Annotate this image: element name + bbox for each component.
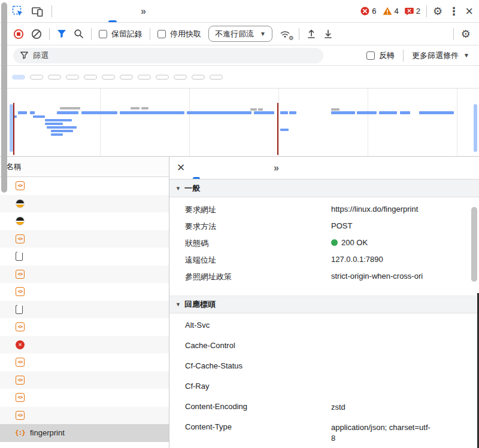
more-details-tabs-icon[interactable]: » [269, 163, 284, 173]
filter-funnel-icon[interactable] [57, 29, 66, 38]
panel-tab[interactable] [89, 0, 105, 22]
search-icon[interactable] [74, 29, 84, 39]
network-main-split: 名稱 [0, 157, 479, 448]
details-tab[interactable] [216, 157, 229, 179]
resource-chip[interactable] [66, 75, 79, 80]
inspect-element-button[interactable] [8, 3, 28, 20]
header-row: Cf-Cache-Status [169, 361, 479, 382]
network-settings-gear-icon[interactable]: ⚙ [461, 29, 471, 39]
details-scrollbar-thumb[interactable] [471, 207, 477, 282]
header-row: Alt-Svc [169, 321, 479, 341]
invert-checkbox [366, 51, 375, 60]
resource-chip[interactable] [210, 75, 223, 80]
resource-chip[interactable] [174, 75, 187, 80]
panel-tab[interactable] [74, 0, 89, 22]
issues-count-badge[interactable]: 2 [405, 7, 420, 16]
filter-input-box[interactable] [13, 48, 323, 63]
warning-count-badge[interactable]: 4 [383, 7, 399, 16]
details-tab[interactable] [203, 157, 216, 179]
separator [453, 28, 454, 40]
resource-chip[interactable] [102, 75, 115, 80]
header-row: 參照網址政策 strict-origin-when-cross-ori [169, 272, 479, 288]
request-row[interactable] [0, 371, 169, 389]
header-name: Content-Type [185, 422, 331, 431]
resource-chip[interactable] [84, 75, 97, 80]
general-section-header[interactable]: ▼ 一般 [169, 179, 479, 197]
close-devtools-icon[interactable]: × [465, 5, 473, 18]
request-row[interactable] [0, 283, 169, 301]
waterfall-bar [47, 126, 77, 129]
panel-tab[interactable] [58, 0, 74, 22]
request-row[interactable] [0, 230, 169, 248]
waterfall-bar [254, 111, 274, 114]
overview-drag-handle[interactable] [474, 104, 477, 152]
request-row[interactable] [0, 353, 169, 371]
header-row: 狀態碼 200 OK [169, 238, 479, 255]
details-tab[interactable] [256, 157, 269, 179]
network-conditions-icon[interactable]: ⚙ [280, 29, 292, 39]
response-headers-section-header[interactable]: ▼ 回應標頭 [169, 295, 479, 313]
header-row: 遠端位址 127.0.0.1:7890 [169, 255, 479, 272]
details-tab[interactable] [190, 157, 203, 179]
resource-chip[interactable] [138, 75, 151, 80]
record-network-log-icon[interactable] [13, 29, 24, 39]
request-row[interactable] [0, 407, 169, 425]
request-row[interactable] [0, 195, 169, 213]
overview-drag-handle[interactable] [10, 104, 13, 152]
settings-gear-icon[interactable]: ⚙ [433, 6, 442, 17]
device-toolbar-button[interactable] [28, 3, 47, 20]
request-row[interactable] [0, 318, 169, 336]
request-row[interactable] [0, 212, 169, 230]
doc-icon [16, 305, 23, 314]
general-rows: 要求網址 https://linux.do/fingerprint 要求方法 P… [169, 197, 479, 288]
kebab-menu-icon[interactable]: ⋮ [448, 6, 459, 17]
more-panels-icon[interactable]: » [136, 6, 151, 17]
preserve-log-toggle[interactable]: 保留記錄 [99, 29, 143, 39]
disable-cache-toggle[interactable]: 停用快取 [157, 29, 201, 39]
request-row[interactable] [0, 336, 169, 354]
throttling-dropdown[interactable]: 不進行節流 ▼ [208, 26, 272, 42]
waterfall-bar [379, 111, 397, 114]
timeline-tick [274, 89, 368, 156]
clear-network-log-icon[interactable] [31, 29, 42, 39]
resource-chip[interactable] [12, 75, 25, 80]
name-column-header[interactable]: 名稱 [0, 157, 169, 177]
filter-input[interactable] [33, 51, 316, 60]
more-filters-dropdown[interactable]: 更多篩選條件 ▼ [412, 50, 469, 61]
issues-badge-icon [405, 7, 414, 16]
close-details-icon[interactable]: ✕ [172, 160, 190, 176]
details-tab[interactable] [242, 157, 256, 179]
timeline-tick [363, 89, 457, 156]
doc-icon [16, 252, 23, 261]
network-overview-timeline[interactable] [0, 89, 479, 157]
resource-chip[interactable] [120, 75, 133, 80]
request-row[interactable] [0, 177, 169, 195]
invert-filter-toggle[interactable]: 反轉 [366, 50, 395, 61]
error-count-badge[interactable]: 6 [360, 7, 376, 16]
request-row[interactable] [0, 389, 169, 407]
resource-chip[interactable] [156, 75, 169, 80]
resource-chip[interactable] [30, 75, 43, 80]
request-row[interactable] [0, 301, 169, 319]
device-toolbar-icon [32, 6, 43, 17]
panel-tab[interactable] [105, 0, 120, 22]
panel-tabs [58, 0, 136, 22]
panel-tab[interactable] [120, 0, 136, 22]
import-har-icon[interactable] [307, 29, 316, 39]
request-row[interactable] [0, 248, 169, 266]
header-value: strict-origin-when-cross-ori [331, 272, 423, 281]
details-tab[interactable] [229, 157, 242, 179]
request-row[interactable]: fingerprint [0, 424, 169, 442]
resource-chip[interactable] [192, 75, 205, 80]
export-har-icon[interactable] [323, 29, 333, 39]
timeline-tick [184, 89, 279, 156]
json-icon [16, 428, 25, 437]
resource-chip[interactable] [48, 75, 61, 80]
page-scrollbar-thumb[interactable] [1, 2, 7, 193]
html-icon [16, 270, 25, 279]
header-value: 127.0.0.1:7890 [331, 255, 383, 264]
error-icon [16, 340, 25, 349]
general-section-title: 一般 [184, 183, 200, 194]
request-row[interactable] [0, 266, 169, 284]
header-row: Cache-Control [169, 341, 479, 361]
